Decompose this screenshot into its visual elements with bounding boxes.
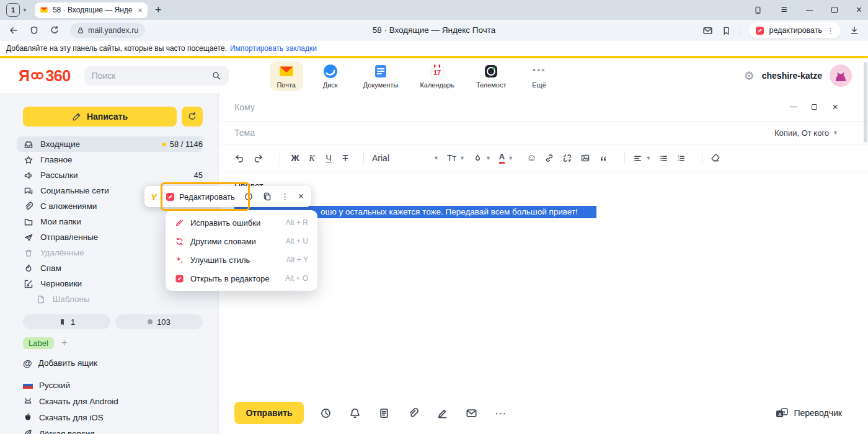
- yandex-360-logo[interactable]: Я 360: [19, 67, 71, 85]
- image-icon[interactable]: [580, 153, 590, 163]
- attach-paperclip-icon[interactable]: [407, 407, 419, 419]
- eraser-icon[interactable]: [711, 153, 720, 163]
- editor-extension-button[interactable]: редактировать ⋮: [749, 22, 841, 38]
- envelope-icon[interactable]: [466, 407, 477, 419]
- numbered-list-icon[interactable]: 12: [676, 154, 686, 163]
- schedule-clock-icon[interactable]: [320, 407, 332, 419]
- app-mail[interactable]: Почта: [270, 61, 303, 91]
- reload-icon[interactable]: [50, 25, 60, 35]
- search-input[interactable]: [92, 71, 206, 81]
- menu-item-label: Улучшить стиль: [190, 255, 250, 265]
- menu-item-improve-style[interactable]: Улучшить стиль Alt + Y: [166, 250, 317, 269]
- subject-row[interactable]: Тема Копии, От кого ▼: [219, 122, 868, 144]
- dialog-icon[interactable]: [244, 192, 254, 202]
- redo-icon[interactable]: [253, 153, 264, 164]
- underline-button[interactable]: Ч: [322, 153, 335, 163]
- folder-inbox[interactable]: Входящие 58 / 1146: [17, 136, 203, 152]
- protect-shield-icon[interactable]: [29, 25, 39, 35]
- bookmarks-pill[interactable]: 1: [23, 314, 110, 329]
- menu-item-open-in-editor[interactable]: Открыть в редакторе Alt + O: [166, 269, 317, 288]
- quote-icon[interactable]: [598, 153, 608, 163]
- font-size-select[interactable]: Тт ▼: [447, 153, 465, 163]
- window-close-button[interactable]: ×: [856, 5, 862, 15]
- menu-item-rephrase[interactable]: Другими словами Alt + U: [166, 232, 317, 250]
- download-icon[interactable]: [849, 25, 859, 35]
- undo-icon[interactable]: [234, 153, 245, 164]
- app-calendar[interactable]: 17 Календарь: [414, 61, 460, 91]
- add-mailbox[interactable]: @ Добавить ящик: [23, 358, 218, 368]
- close-icon[interactable]: ×: [298, 191, 304, 202]
- app-more[interactable]: ••• Ещё: [523, 61, 556, 91]
- refresh-button[interactable]: [182, 107, 203, 126]
- editor-extension-label: редактировать: [769, 26, 822, 35]
- language-label: Русский: [39, 381, 70, 390]
- edit-button[interactable]: Редактировать: [166, 192, 235, 202]
- folder-count: 58 / 1146: [170, 140, 203, 149]
- page-scrollbar[interactable]: [864, 62, 867, 143]
- devices-icon[interactable]: [753, 6, 763, 15]
- emoji-icon[interactable]: ☺: [526, 153, 536, 164]
- to-row[interactable]: Кому ×: [219, 93, 868, 122]
- bookmark-flag-icon[interactable]: [722, 26, 731, 35]
- folder-main[interactable]: Главное: [17, 152, 203, 167]
- survey-icon[interactable]: [378, 407, 390, 419]
- address-bar[interactable]: mail.yandex.ru: [70, 23, 145, 38]
- more-options-icon[interactable]: ⋯: [495, 406, 507, 420]
- send-button[interactable]: Отправить: [234, 402, 304, 424]
- gpt-floating-toolbar: Y Редактировать ⋮ ×: [144, 186, 311, 207]
- signature-pen-icon[interactable]: [436, 407, 448, 419]
- link-icon[interactable]: [544, 153, 554, 163]
- compose-close-button[interactable]: ×: [832, 101, 838, 113]
- mail-header: Я 360 Почта Диск Документы 17: [0, 58, 868, 93]
- import-bookmarks-link[interactable]: Импортировать закладки: [230, 44, 317, 53]
- mail-toolbar-icon[interactable]: [702, 25, 713, 36]
- avatar[interactable]: [830, 64, 852, 87]
- app-telemost[interactable]: Телемост: [471, 61, 512, 91]
- italic-button[interactable]: К: [305, 153, 319, 164]
- new-tab-button[interactable]: +: [155, 4, 162, 16]
- bold-button[interactable]: Ж: [288, 153, 302, 163]
- label-tag[interactable]: Label: [23, 337, 54, 349]
- kebab-icon[interactable]: ⋮: [281, 192, 290, 202]
- app-docs[interactable]: Документы: [358, 61, 404, 91]
- kebab-icon[interactable]: ⋮: [826, 26, 835, 35]
- reminder-bell-icon[interactable]: [349, 407, 361, 419]
- font-family-select[interactable]: Arial ▼: [372, 153, 439, 163]
- light-version-link[interactable]: Лёгкая версия: [0, 425, 218, 434]
- message-greeting[interactable]: Привет,: [234, 181, 868, 191]
- tab-counter-value[interactable]: 1: [6, 3, 20, 17]
- unlink-icon[interactable]: [562, 153, 572, 163]
- tab-counter[interactable]: 1 ▼: [6, 3, 27, 17]
- add-label-icon[interactable]: +: [61, 337, 68, 349]
- search-icon[interactable]: [211, 71, 221, 81]
- folder-templates[interactable]: Шаблоны: [17, 291, 203, 307]
- app-disk[interactable]: Диск: [314, 61, 347, 91]
- window-minimize-button[interactable]: [806, 10, 813, 11]
- android-link[interactable]: Скачать для Android: [0, 393, 218, 409]
- browser-tab[interactable]: 58 · Входящие — Янде ×: [35, 2, 148, 18]
- language-link[interactable]: Русский: [0, 377, 218, 393]
- menu-item-fix-errors[interactable]: Исправить ошибки Alt + R: [166, 213, 317, 232]
- strikethrough-button[interactable]: Т: [339, 153, 352, 163]
- ios-link[interactable]: Скачать для iOS: [0, 409, 218, 425]
- gear-icon[interactable]: ⚙: [744, 69, 755, 83]
- compose-minimize-button[interactable]: [790, 107, 797, 107]
- copy-icon[interactable]: [262, 192, 272, 202]
- folder-newsletters[interactable]: Рассылки 45: [17, 167, 203, 183]
- tab-close-icon[interactable]: ×: [138, 6, 143, 15]
- translator-button[interactable]: Ая Переводчик: [776, 408, 842, 418]
- text-color-select[interactable]: А ▼: [499, 153, 513, 163]
- bullet-list-icon[interactable]: [659, 154, 668, 163]
- cc-from-toggle[interactable]: Копии, От кого ▼: [774, 128, 838, 138]
- compose-button[interactable]: Написать: [23, 107, 177, 126]
- menu-icon[interactable]: ≡: [781, 4, 787, 16]
- search-box[interactable]: [84, 66, 229, 86]
- gpt-menu: Исправить ошибки Alt + R Другими словами…: [166, 210, 317, 291]
- chevron-down-icon: ▼: [833, 130, 838, 136]
- align-select[interactable]: ▼: [633, 154, 651, 163]
- highlight-color-select[interactable]: ▼: [473, 154, 491, 163]
- back-icon[interactable]: [9, 25, 19, 35]
- unread-pill[interactable]: 103: [115, 314, 203, 329]
- window-maximize-button[interactable]: [831, 7, 838, 13]
- compose-maximize-button[interactable]: [812, 104, 817, 110]
